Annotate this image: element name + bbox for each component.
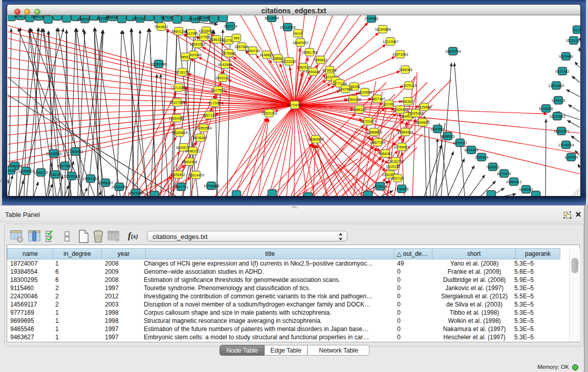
svg-text:14353594: 14353594 [195, 126, 211, 130]
svg-text:12923448: 12923448 [127, 191, 143, 195]
svg-text:16154808: 16154808 [375, 28, 390, 31]
svg-text:19166825: 19166825 [171, 131, 187, 135]
svg-text:16543382: 16543382 [189, 42, 205, 46]
svg-text:9699695: 9699695 [416, 121, 429, 124]
svg-text:1112: 1112 [574, 28, 580, 32]
svg-text:16961758: 16961758 [301, 51, 317, 54]
svg-text:19384554: 19384554 [308, 138, 323, 141]
svg-text:9419: 9419 [294, 32, 302, 35]
svg-text:8215938: 8215938 [539, 107, 553, 111]
svg-text:9777169: 9777169 [333, 82, 346, 85]
svg-text:9146821: 9146821 [259, 53, 273, 57]
svg-text:10807487: 10807487 [369, 97, 385, 101]
svg-text:1733426: 1733426 [395, 187, 408, 191]
svg-text:10654112: 10654112 [506, 180, 522, 184]
svg-text:19654982: 19654982 [168, 117, 184, 120]
svg-text:2718176: 2718176 [175, 71, 189, 74]
svg-text:10756928: 10756928 [394, 145, 409, 149]
svg-text:9227342: 9227342 [555, 70, 569, 73]
svg-text:92975867: 92975867 [57, 164, 73, 168]
svg-text:1145190: 1145190 [49, 173, 62, 177]
svg-text:17016504: 17016504 [558, 143, 574, 147]
svg-text:7663822: 7663822 [154, 25, 168, 29]
svg-text:16782759: 16782759 [111, 185, 127, 189]
svg-text:6879197: 6879197 [453, 141, 467, 145]
svg-text:15751074: 15751074 [565, 39, 580, 42]
svg-text:2867608: 2867608 [234, 45, 248, 49]
svg-text:19654923: 19654923 [397, 130, 413, 134]
svg-text:25302203: 25302203 [261, 112, 277, 115]
svg-text:8427552: 8427552 [211, 89, 225, 92]
svg-text:9474444: 9474444 [464, 148, 478, 152]
svg-text:12156823: 12156823 [18, 169, 34, 173]
svg-text:917006: 917006 [208, 101, 220, 105]
svg-text:1640951: 1640951 [430, 127, 444, 131]
svg-text:18640910: 18640910 [292, 41, 308, 45]
svg-text:12505185: 12505185 [63, 174, 79, 178]
svg-text:7625402: 7625402 [171, 173, 185, 177]
svg-text:252214: 252214 [391, 177, 403, 180]
svg-text:6497508: 6497508 [338, 87, 352, 91]
svg-text:62160: 62160 [384, 102, 394, 106]
svg-text:1244415: 1244415 [551, 99, 565, 102]
svg-text:9242848: 9242848 [218, 63, 232, 67]
svg-text:15720407: 15720407 [360, 120, 376, 123]
svg-text:14136141: 14136141 [372, 185, 388, 188]
svg-text:10958107: 10958107 [97, 181, 113, 185]
svg-text:7986322: 7986322 [352, 108, 366, 112]
svg-text:20053346: 20053346 [150, 62, 166, 66]
svg-text:21364436: 21364436 [345, 98, 361, 101]
svg-text:3624554: 3624554 [358, 91, 372, 94]
svg-text:9327508: 9327508 [197, 35, 210, 39]
svg-text:17957253: 17957253 [82, 177, 98, 181]
svg-text:17975115: 17975115 [401, 84, 417, 87]
svg-text:12213389: 12213389 [170, 86, 186, 90]
svg-text:9463627: 9463627 [401, 100, 415, 103]
svg-text:9329966: 9329966 [559, 55, 573, 58]
svg-text:7357274: 7357274 [223, 25, 237, 28]
svg-text:18807249: 18807249 [369, 141, 385, 144]
svg-text:1362615: 1362615 [296, 65, 310, 69]
svg-text:8471676: 8471676 [497, 172, 511, 176]
svg-text:15409348: 15409348 [181, 160, 197, 164]
svg-text:8990448: 8990448 [306, 70, 320, 74]
svg-text:6794028: 6794028 [322, 69, 336, 72]
svg-text:12213967: 12213967 [382, 40, 398, 43]
svg-text:8678342: 8678342 [193, 136, 207, 140]
svg-text:14982222: 14982222 [185, 149, 201, 153]
svg-text:1167534: 1167534 [564, 156, 578, 159]
svg-text:2787682: 2787682 [364, 17, 378, 20]
svg-text:8960124: 8960124 [171, 30, 185, 33]
svg-text:16210643: 16210643 [549, 115, 565, 118]
svg-text:1294275: 1294275 [34, 171, 48, 174]
svg-text:18724007: 18724007 [287, 103, 302, 107]
svg-text:1615132: 1615132 [386, 165, 400, 168]
svg-text:13226058: 13226058 [198, 29, 214, 33]
svg-text:10025438: 10025438 [407, 112, 423, 115]
svg-text:8912951: 8912951 [184, 32, 198, 35]
svg-text:8454749: 8454749 [246, 49, 259, 53]
svg-text:10688609: 10688609 [366, 130, 382, 134]
svg-text:13692971: 13692971 [553, 129, 569, 133]
svg-text:20206526: 20206526 [46, 152, 61, 156]
svg-text:2803144: 2803144 [215, 76, 229, 80]
svg-text:10973493: 10973493 [392, 53, 408, 56]
svg-text:9245052: 9245052 [519, 188, 533, 191]
svg-text:9115460: 9115460 [418, 105, 431, 109]
svg-text:19218506: 19218506 [279, 26, 295, 29]
svg-text:8938923: 8938923 [441, 135, 454, 138]
svg-text:17359924: 17359924 [67, 150, 83, 154]
svg-text:39154: 39154 [8, 169, 16, 172]
svg-text:3875645: 3875645 [222, 52, 235, 55]
svg-text:7955812: 7955812 [313, 58, 327, 62]
svg-text:9084067: 9084067 [378, 152, 392, 156]
svg-text:10025438: 10025438 [392, 108, 408, 112]
svg-text:7485063: 7485063 [398, 68, 412, 72]
svg-text:3267110: 3267110 [203, 114, 216, 117]
svg-text:546: 546 [233, 36, 239, 40]
svg-text:7632621: 7632621 [486, 165, 499, 169]
svg-text:16648784: 16648784 [445, 50, 461, 53]
svg-text:98961: 98961 [180, 55, 190, 59]
svg-text:9457791: 9457791 [174, 185, 188, 189]
svg-text:16107554: 16107554 [169, 101, 185, 104]
